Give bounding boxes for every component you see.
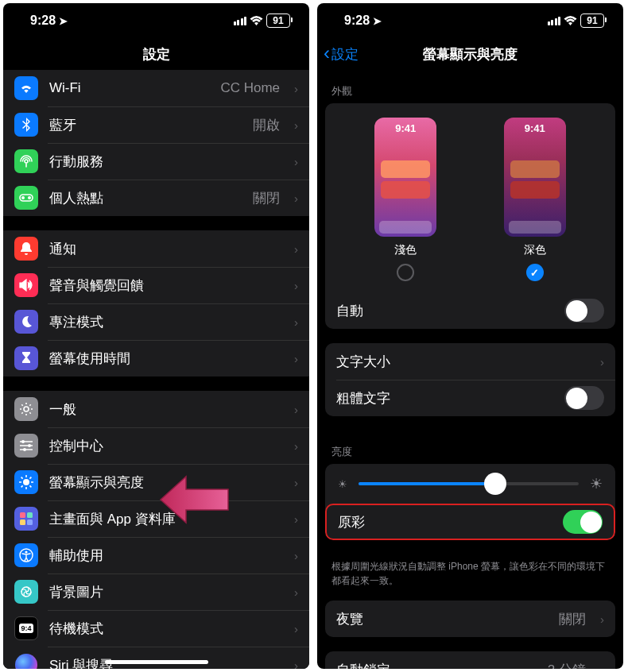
bluetooth-icon	[14, 113, 38, 137]
status-time: 9:28	[344, 14, 370, 28]
row-apps[interactable]: 主畫面與 App 資料庫›	[3, 500, 309, 537]
chevron-right-icon: ›	[294, 82, 298, 95]
row-bold-text[interactable]: 粗體文字	[325, 380, 615, 416]
section-appearance: 外觀	[317, 70, 623, 103]
row-siri[interactable]: Siri 與搜尋›	[3, 647, 309, 669]
row-wifi[interactable]: Wi-FiCC Home›	[3, 70, 309, 106]
radio-dark[interactable]: ✓	[526, 264, 544, 281]
wifi-icon	[14, 76, 38, 100]
speaker-icon	[14, 273, 38, 297]
chevron-right-icon: ›	[294, 279, 298, 292]
battery-icon: 91	[266, 14, 290, 28]
nav-header: 設定	[3, 38, 309, 70]
location-icon: ➤	[373, 15, 382, 27]
status-time: 9:28	[30, 14, 56, 28]
toggle-auto-appearance[interactable]	[564, 299, 604, 322]
row-true-tone[interactable]: 原彩	[325, 504, 615, 540]
row-hourglass[interactable]: 螢幕使用時間›	[3, 340, 309, 377]
row-auto-appearance[interactable]: 自動	[325, 292, 615, 329]
appearance-light[interactable]: 9:41 淺色	[374, 118, 436, 281]
chevron-right-icon: ›	[294, 352, 298, 365]
row-value: CC Home	[220, 80, 280, 96]
svg-rect-8	[27, 512, 33, 518]
radio-light[interactable]	[397, 264, 414, 281]
row-label: 待機模式	[49, 620, 280, 638]
wifi-icon	[564, 16, 577, 26]
row-night-shift[interactable]: 夜覽 關閉 ›	[325, 601, 615, 637]
standby-icon: 9:4	[14, 616, 38, 640]
bell-icon	[14, 237, 38, 261]
display-settings[interactable]: 外觀 9:41 淺色 9:41 深色 ✓	[317, 70, 623, 669]
row-label: 控制中心	[49, 437, 280, 455]
row-accessibility[interactable]: 輔助使用›	[3, 537, 309, 574]
svg-rect-7	[20, 512, 25, 518]
chevron-right-icon: ›	[600, 663, 604, 670]
row-bluetooth[interactable]: 藍牙開啟›	[3, 106, 309, 143]
row-auto-lock[interactable]: 自動鎖定 2 分鐘 ›	[325, 651, 615, 669]
brightness-slider[interactable]	[359, 482, 579, 485]
row-speaker[interactable]: 聲音與觸覺回饋›	[3, 267, 309, 303]
row-label: 通知	[49, 240, 280, 258]
row-label: 螢幕顯示與亮度	[49, 473, 280, 492]
row-label: 行動服務	[49, 153, 280, 171]
sliders-icon	[14, 434, 38, 458]
chevron-right-icon: ›	[600, 612, 604, 626]
chevron-right-icon: ›	[294, 191, 298, 205]
svg-point-12	[25, 550, 27, 553]
status-bar: 9:28 ➤ 91	[317, 3, 623, 38]
row-label: Wi-Fi	[49, 80, 209, 96]
chevron-right-icon: ›	[294, 622, 298, 635]
location-icon: ➤	[59, 15, 68, 27]
svg-point-3	[21, 440, 25, 443]
row-label: 聲音與觸覺回饋	[49, 276, 280, 295]
row-value: 開啟	[253, 116, 280, 134]
home-indicator[interactable]	[105, 660, 208, 664]
toggle-true-tone[interactable]	[563, 510, 603, 534]
true-tone-footer: 根據周圍光線狀況自動調整 iPhone 螢幕，讓色彩在不同的環境下都看起來一致。	[317, 554, 623, 601]
svg-point-0	[21, 196, 25, 199]
row-moon[interactable]: 專注模式›	[3, 303, 309, 340]
row-brightness[interactable]: 螢幕顯示與亮度›	[3, 464, 309, 500]
row-label: 一般	[49, 400, 280, 419]
row-hotspot[interactable]: 個人熱點關閉›	[3, 180, 309, 216]
chevron-right-icon: ›	[294, 476, 298, 489]
row-label: 輔助使用	[49, 546, 280, 565]
row-label: 專注模式	[49, 313, 280, 331]
appearance-dark[interactable]: 9:41 深色 ✓	[504, 118, 566, 281]
row-bell[interactable]: 通知›	[3, 230, 309, 267]
status-bar: 9:28 ➤ 91	[3, 3, 309, 38]
row-gear[interactable]: 一般›	[3, 391, 309, 427]
row-label: 螢幕使用時間	[49, 350, 280, 368]
row-sliders[interactable]: 控制中心›	[3, 427, 309, 464]
row-label: 個人熱點	[49, 189, 242, 207]
svg-point-4	[28, 444, 31, 447]
chevron-right-icon: ›	[294, 439, 298, 453]
svg-point-1	[28, 196, 31, 199]
gear-icon	[14, 397, 38, 421]
nav-header: ‹ 設定 螢幕顯示與亮度	[317, 38, 623, 70]
signal-icon	[548, 17, 561, 25]
sun-large-icon: ☀︎	[590, 475, 603, 492]
row-text-size[interactable]: 文字大小 ›	[325, 343, 615, 380]
row-value: 關閉	[253, 189, 280, 207]
settings-list[interactable]: Wi-FiCC Home›藍牙開啟›行動服務›個人熱點關閉› 通知›聲音與觸覺回…	[3, 70, 309, 669]
chevron-right-icon: ›	[294, 155, 298, 168]
chevron-right-icon: ›	[294, 242, 298, 256]
chevron-right-icon: ›	[294, 118, 298, 132]
apps-icon	[14, 507, 38, 531]
wallpaper-icon	[14, 580, 38, 604]
settings-screen: 9:28 ➤ 91 設定 Wi-FiCC Home›藍牙開啟›行動服務›個人熱點…	[3, 3, 309, 669]
row-standby[interactable]: 9:4待機模式›	[3, 610, 309, 647]
svg-rect-9	[20, 519, 25, 525]
back-button[interactable]: ‹ 設定	[324, 38, 359, 70]
row-cellular[interactable]: 行動服務›	[3, 143, 309, 180]
toggle-bold-text[interactable]	[564, 386, 604, 410]
row-wallpaper[interactable]: 背景圖片›	[3, 574, 309, 610]
hourglass-icon	[14, 346, 38, 370]
cellular-icon	[14, 149, 38, 173]
svg-rect-10	[27, 519, 33, 525]
section-brightness: 亮度	[317, 431, 623, 464]
chevron-right-icon: ›	[294, 403, 298, 416]
page-title: 螢幕顯示與亮度	[423, 45, 518, 64]
siri-icon	[14, 653, 38, 669]
